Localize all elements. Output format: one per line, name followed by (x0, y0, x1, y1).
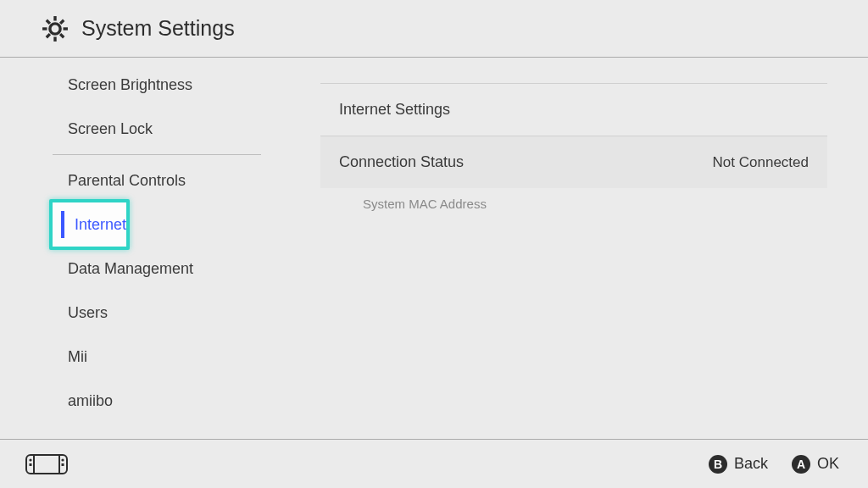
sidebar-item-label: Internet (75, 216, 126, 234)
sidebar-item-label: Mii (68, 348, 87, 366)
sidebar-item-amiibo[interactable]: amiibo (53, 379, 261, 423)
controller-icon[interactable] (25, 454, 68, 474)
svg-rect-13 (30, 463, 32, 466)
hint-label: Back (734, 455, 768, 473)
sidebar-item-selected: Internet (49, 199, 130, 250)
header: System Settings (0, 0, 868, 58)
sidebar-item-internet[interactable]: Internet (53, 202, 261, 247)
hint-ok[interactable]: A OK (792, 455, 839, 474)
sidebar-item-screen-lock[interactable]: Screen Lock (53, 107, 261, 151)
sidebar-item-label: Parental Controls (68, 172, 186, 190)
page-title: System Settings (81, 16, 235, 41)
row-value: Not Connected (713, 154, 809, 171)
sidebar-separator (53, 154, 261, 155)
sidebar-item-label: Screen Brightness (68, 76, 192, 94)
sidebar-item-label: Screen Lock (68, 120, 153, 138)
main-panel: Internet Settings Connection Status Not … (280, 58, 868, 436)
sidebar-item-label: amiibo (68, 392, 113, 410)
sidebar-item-label: Data Management (68, 260, 193, 278)
svg-line-6 (60, 34, 64, 37)
sub-mac-address: System MAC Address (320, 188, 827, 211)
svg-point-11 (29, 458, 31, 461)
sidebar-item-parental-controls[interactable]: Parental Controls (53, 158, 261, 202)
hint-label: OK (817, 455, 839, 473)
selection-accent-bar (61, 211, 64, 238)
sidebar-item-mii[interactable]: Mii (53, 335, 261, 379)
svg-point-12 (61, 458, 64, 461)
gear-icon (41, 14, 70, 43)
sidebar: Screen Brightness Screen Lock Parental C… (0, 58, 280, 436)
row-internet-settings[interactable]: Internet Settings (320, 83, 827, 136)
sidebar-item-data-management[interactable]: Data Management (53, 247, 261, 291)
row-label: Internet Settings (339, 101, 450, 119)
hint-back[interactable]: B Back (709, 455, 768, 474)
svg-line-8 (47, 34, 50, 37)
sidebar-item-label: Users (68, 304, 108, 322)
svg-line-5 (47, 19, 50, 23)
button-a-icon: A (792, 455, 810, 474)
svg-rect-14 (62, 463, 64, 466)
sidebar-item-users[interactable]: Users (53, 291, 261, 335)
body: Screen Brightness Screen Lock Parental C… (0, 58, 868, 436)
svg-line-7 (60, 19, 64, 23)
svg-point-0 (50, 23, 60, 33)
svg-rect-9 (26, 455, 67, 474)
svg-rect-10 (34, 455, 59, 474)
button-b-icon: B (709, 455, 727, 474)
row-connection-status[interactable]: Connection Status Not Connected (320, 136, 827, 188)
sub-label: System MAC Address (363, 197, 487, 211)
row-label: Connection Status (339, 153, 464, 171)
footer: B Back A OK (0, 439, 868, 488)
sidebar-item-screen-brightness[interactable]: Screen Brightness (53, 63, 261, 107)
